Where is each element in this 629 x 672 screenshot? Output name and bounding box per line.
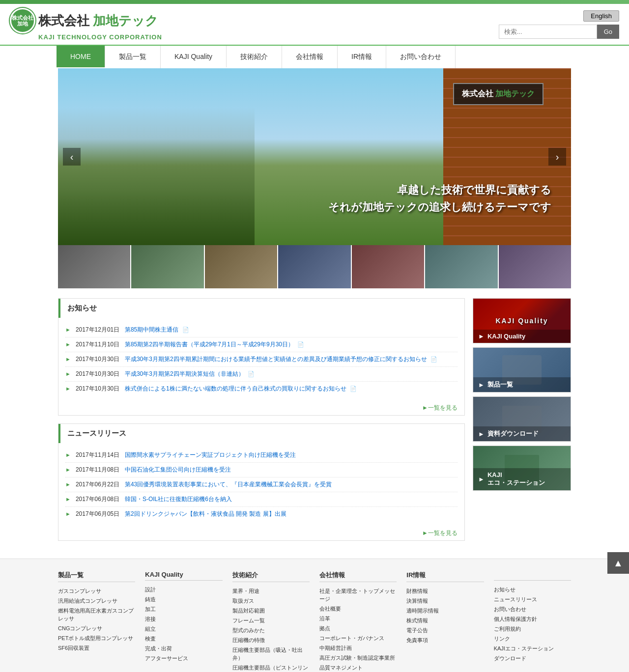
news-release-link-3[interactable]: 第43回優秀環境装置表彰事業において、『日本産業機械工業会会長賞』を受賞 — [125, 481, 332, 488]
footer-link-cng[interactable]: CNGコンプレッサ — [58, 625, 102, 631]
news-release-link-2[interactable]: 中国石油化工集団公司向け圧縮機を受注 — [125, 466, 231, 473]
footer-link-welding[interactable]: 溶接 — [145, 616, 156, 622]
footer-link-frame[interactable]: フレーム一覧 — [232, 617, 265, 623]
footer-link-design[interactable]: 設計 — [145, 587, 156, 592]
sidebar-products[interactable]: ► 製品一覧 — [473, 347, 571, 392]
footer-nav: 製品一覧 ガスコンプレッサ 汎用給油式コンプレッサ 燃料電池用高圧水素ガスコンプ… — [0, 559, 629, 672]
search-input[interactable] — [499, 25, 597, 39]
footer-link-download[interactable]: ダウンロード — [494, 655, 526, 661]
footer-link-settlement[interactable]: 決算情報 — [406, 598, 428, 604]
footer-link-completion[interactable]: 完成・出荷 — [145, 645, 172, 651]
footer-link-timely-disclosure[interactable]: 適時開示情報 — [406, 608, 439, 614]
oshirase-link-5[interactable]: 株式併合による1株に満たない端数の処理に伴う自己株式の買取りに関するお知らせ — [125, 385, 346, 392]
footer-link-assembly[interactable]: 組立 — [145, 626, 156, 632]
oshirase-link-4[interactable]: 平成30年3月期第2四半期決算短信（非連結） — [125, 370, 244, 377]
news-release-link-5[interactable]: 第2回ドリンクジャパン【飲料・液状食品 開発 製造 展】出展 — [125, 510, 286, 517]
footer-link-stock-info[interactable]: 株式情報 — [406, 617, 428, 623]
eco-label: ► KAJIエコ・ステーション — [473, 468, 571, 490]
footer-col-kaji-quality: KAJI Quality 設計 鋳造 加工 溶接 組立 検査 完成・出荷 アフタ… — [145, 571, 222, 672]
footer-link-general-compressor[interactable]: 汎用給油式コンプレッサ — [58, 598, 117, 604]
kaji-quality-label-text: KAJI Quality — [487, 333, 525, 340]
nav-item-contact[interactable]: お問い合わせ — [386, 46, 456, 68]
play-icon-3: ► — [478, 430, 485, 438]
hero-thumb-6[interactable] — [425, 245, 498, 288]
footer-link-oshirase[interactable]: お知らせ — [494, 587, 515, 592]
hero-thumb-7[interactable] — [499, 245, 571, 288]
footer-link-top-message[interactable]: 社是・企業理念・トップメッセージ — [319, 588, 395, 602]
hero-thumb-5[interactable] — [352, 245, 425, 288]
footer-link-disclaimer[interactable]: 免責事項 — [406, 637, 428, 643]
nr-arrow-2: ► — [65, 467, 71, 473]
nav-item-ir[interactable]: IR情報 — [338, 46, 386, 68]
footer-link-financial[interactable]: 財務情報 — [406, 588, 428, 594]
scroll-to-top-button[interactable]: ▲ — [607, 552, 629, 574]
footer-link-after-service[interactable]: アフターサービス — [145, 655, 188, 661]
sidebar-download[interactable]: ► 資料ダウンロード — [473, 396, 571, 442]
footer-col-products-title: 製品一覧 — [58, 571, 135, 582]
footer-link-privacy[interactable]: 個人情報保護方針 — [494, 616, 537, 622]
footer-link-contact[interactable]: お問い合わせ — [494, 606, 526, 612]
hero-thumb-1[interactable] — [58, 245, 131, 288]
footer-link-gas-compressor[interactable]: ガスコンプレッサ — [58, 588, 101, 594]
footer-link-governance[interactable]: コーポレート・ガバナンス — [319, 635, 384, 641]
footer-link-terms[interactable]: ご利用規約 — [494, 626, 521, 632]
footer-link-valve-parts[interactable]: 圧縮機主要部品（吸込・吐出弁） — [232, 647, 303, 661]
nav-item-tech[interactable]: 技術紹介 — [227, 46, 282, 68]
news-release-item-5: ► 2017年06月05日 第2回ドリンクジャパン【飲料・液状食品 開発 製造 … — [65, 507, 457, 521]
footer-link-model-type[interactable]: 型式のみかた — [232, 627, 265, 633]
top-green-bar — [0, 0, 629, 4]
footer-link-processing[interactable]: 加工 — [145, 606, 156, 612]
language-button[interactable]: English — [583, 10, 619, 22]
news-release-link-1[interactable]: 国際間水素サプライチェーン実証プロジェクト向け圧縮機を受注 — [125, 451, 296, 458]
footer-link-sf6[interactable]: SF6回収装置 — [58, 645, 89, 651]
oshirase-link-3[interactable]: 平成30年3月期第2四半期累計期間における業績予想値と実績値との差異及び通期業績… — [125, 356, 427, 363]
news-release-text-5: 第2回ドリンクジャパン【飲料・液状食品 開発 製造 展】出展 — [125, 510, 457, 518]
search-button[interactable]: Go — [597, 25, 619, 39]
hero-image: 株式会社 加地テック 卓越した技術で世界に貢献する それが加地テックの追求し続け… — [58, 68, 571, 245]
footer-col-ir-list: 財務情報 決算情報 適時開示情報 株式情報 電子公告 免責事項 — [406, 587, 484, 644]
footer-link-locations[interactable]: 拠点 — [319, 625, 330, 631]
hero-next-button[interactable]: › — [548, 148, 566, 166]
footer-col-kaji-quality-list: 設計 鋳造 加工 溶接 組立 検査 完成・出荷 アフターサービス — [145, 586, 222, 662]
news-release-title: ニュースリリース — [67, 429, 126, 437]
sidebar-kaji-quality[interactable]: KAJI Quality ► KAJI Quality — [473, 298, 571, 343]
nav-item-company[interactable]: 会社情報 — [282, 46, 338, 68]
hero-prev-button[interactable]: ‹ — [63, 148, 81, 166]
logo-sub-text: KAJI TECHNOLOGY CORPORATION — [38, 33, 162, 41]
nav-item-products[interactable]: 製品一覧 — [105, 46, 161, 68]
footer-link-casting[interactable]: 鋳造 — [145, 596, 156, 602]
footer-link-quality-mgmt[interactable]: 品質マネジメント — [319, 665, 363, 671]
nav-item-kaji-quality[interactable]: KAJI Quality — [161, 46, 227, 67]
footer-link-piston-parts[interactable]: 圧縮機主要部品（ピストンリング・ライダーリング） — [232, 665, 308, 672]
oshirase-link-1[interactable]: 第85期中間株主通信 — [125, 326, 178, 333]
footer-link-pet[interactable]: PETボトル成型用コンプレッサ — [58, 635, 133, 641]
nav-item-home[interactable]: HOME — [57, 46, 105, 67]
sidebar-eco[interactable]: ► KAJIエコ・ステーション — [473, 446, 571, 491]
news-release-list: ► 2017年11月14日 国際間水素サプライチェーン実証プロジェクト向け圧縮機… — [58, 443, 464, 526]
oshirase-item-1: ► 2017年12月01日 第85期中間株主通信 📄 — [65, 323, 457, 337]
footer-link-certification[interactable]: 高圧ガス試験・制造認定事業所 — [319, 655, 395, 661]
hero-thumb-3[interactable] — [205, 245, 278, 288]
footer-link-fuel-cell[interactable]: 燃料電池用高圧水素ガスコンプレッサ — [58, 608, 134, 621]
footer-link-inspection[interactable]: 検査 — [145, 636, 156, 642]
footer-link-features[interactable]: 圧縮機の特徴 — [232, 637, 265, 643]
oshirase-link-2[interactable]: 第85期第2四半期報告書（平成29年7月1日～平成29年9月30日） — [125, 341, 294, 348]
news-release-link-4[interactable]: 韓国・S-OIL社に往復動圧縮機6台を納入 — [125, 496, 232, 503]
news-release-more-link[interactable]: ►一覧を見る — [422, 530, 457, 536]
footer-link-news-release[interactable]: ニュースリリース — [494, 596, 537, 602]
footer-col-kaji-quality-title: KAJI Quality — [145, 571, 222, 581]
hero-thumb-2[interactable] — [131, 245, 204, 288]
footer-link-gas-handling[interactable]: 取扱ガス — [232, 598, 254, 604]
footer-link-history[interactable]: 沿革 — [319, 616, 330, 621]
kaji-quality-label: ► KAJI Quality — [473, 330, 571, 343]
footer-link-eco-station[interactable]: KAJIエコ・ステーション — [494, 645, 554, 651]
footer-link-company-overview[interactable]: 会社概要 — [319, 606, 341, 612]
footer-link-mid-plan[interactable]: 中期経営計画 — [319, 645, 352, 651]
footer-link-industry[interactable]: 業界・用途 — [232, 588, 259, 594]
pdf-icon-1: 📄 — [182, 327, 189, 333]
oshirase-more-link[interactable]: ►一覧を見る — [422, 404, 457, 411]
footer-link-links[interactable]: リンク — [494, 636, 510, 642]
footer-link-e-notice[interactable]: 電子公告 — [406, 627, 428, 633]
footer-link-product-range[interactable]: 製品対応範囲 — [232, 608, 265, 614]
hero-thumb-4[interactable] — [278, 245, 351, 288]
